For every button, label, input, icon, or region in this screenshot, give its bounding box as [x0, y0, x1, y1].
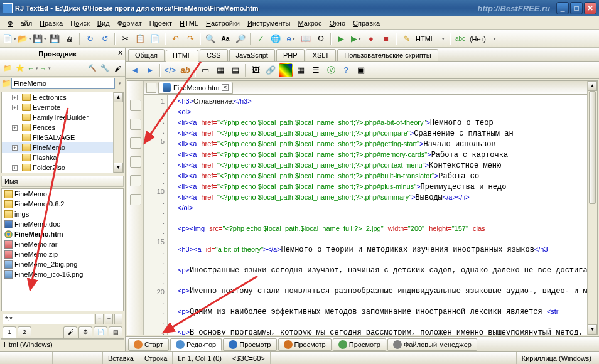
menu-edit[interactable]: Правка	[36, 18, 67, 28]
validate-icon[interactable]: ⓥ	[324, 63, 338, 77]
filter-plus[interactable]: +	[105, 314, 113, 324]
save-button[interactable]: 💾	[33, 32, 46, 46]
cut-button[interactable]: ✂	[118, 32, 132, 46]
filter-dot[interactable]: ·	[114, 314, 122, 324]
t1-icon[interactable]: ▭	[198, 63, 212, 77]
file-row[interactable]: imgs	[2, 209, 123, 219]
file-row[interactable]: FineMemo_ico-16.png	[2, 269, 123, 279]
file-row[interactable]: FineMemo.rar	[2, 239, 123, 249]
filter-minus[interactable]: −	[95, 314, 104, 324]
bottom-tab[interactable]: Редактор	[170, 338, 222, 351]
minimize-button[interactable]: _	[556, 2, 569, 14]
menu-macros[interactable]: Макрос	[294, 18, 326, 28]
new-button[interactable]: 📄	[3, 32, 16, 46]
path-drop[interactable]	[115, 77, 124, 90]
check-button[interactable]: ✓	[254, 32, 267, 46]
back-icon[interactable]: ←	[27, 63, 38, 74]
nav-left-icon[interactable]: ◄	[128, 63, 142, 77]
bottom-tab[interactable]: Просмотр	[278, 338, 332, 351]
link-icon[interactable]: 🔗	[264, 63, 278, 77]
file-row[interactable]: FineMemo	[2, 189, 123, 199]
folder-up-icon[interactable]: 📁	[2, 63, 13, 74]
lang-drop[interactable]	[438, 32, 447, 46]
db-tab-icon[interactable]: ▤	[109, 326, 122, 338]
folder-tree[interactable]: +Electronics +Evernote FamilyTreeBuilder…	[1, 92, 124, 173]
file-list[interactable]: FineMemoFineMemo 0.6.2imgsFineMemo.docFi…	[1, 188, 124, 311]
play-button[interactable]: ▶	[334, 32, 348, 46]
color-icon[interactable]	[279, 63, 293, 77]
lang-tab[interactable]: Общая	[128, 49, 165, 61]
menu-settings[interactable]: Настройки	[202, 18, 244, 28]
highlight-button[interactable]: ✎	[399, 32, 413, 46]
file-row[interactable]: FineMemo_2big.png	[2, 259, 123, 269]
filter-input[interactable]	[3, 314, 94, 324]
hammer-icon[interactable]: 🔨	[87, 63, 98, 74]
run-button[interactable]: ▶	[349, 32, 363, 46]
folder-icon[interactable]: 📁	[1, 78, 11, 88]
undo-button[interactable]: ↶	[168, 32, 182, 46]
path-input[interactable]	[11, 78, 115, 89]
spell-button[interactable]: 📖	[299, 32, 313, 46]
gear-tab-icon[interactable]: ⚙	[78, 326, 92, 338]
menu-help[interactable]: Справка	[349, 18, 384, 28]
t2-icon[interactable]: ▦	[213, 63, 227, 77]
img-icon[interactable]: 🖼	[249, 63, 262, 77]
gut-4-icon[interactable]	[130, 156, 141, 168]
record-button[interactable]: ●	[364, 32, 378, 46]
gut-3-icon[interactable]	[130, 137, 141, 149]
doc-tab-icon[interactable]: 📄	[94, 326, 107, 338]
gut-5-icon[interactable]	[130, 175, 141, 186]
spellcheck-button[interactable]: abc	[453, 32, 467, 46]
fold-gutter[interactable]	[168, 95, 175, 335]
gut-1-icon[interactable]	[130, 100, 141, 111]
omega-button[interactable]: Ω	[314, 32, 328, 46]
nav-right-icon[interactable]: ►	[143, 63, 157, 77]
maximize-button[interactable]: □	[570, 2, 583, 14]
browser-button[interactable]: e	[284, 32, 298, 46]
redo-button[interactable]: ↷	[183, 32, 197, 46]
brush-icon[interactable]: 🖌	[112, 63, 123, 74]
side-tab-1[interactable]: 1	[3, 326, 16, 338]
close-button[interactable]: ✕	[584, 2, 596, 14]
enc-drop[interactable]	[490, 32, 499, 46]
lang-tab[interactable]: PHP	[276, 49, 305, 61]
code-editor[interactable]: <h3>Оглавление:</h3> <ol> <li><a href="<…	[175, 95, 587, 335]
refresh-button[interactable]: ↻	[83, 32, 97, 46]
file-row[interactable]: FineMemo.doc	[2, 219, 123, 229]
menu-tools[interactable]: Инструменты	[244, 18, 294, 28]
menu-search[interactable]: Поиск	[67, 18, 94, 28]
copy-button[interactable]: 📋	[133, 32, 147, 46]
find-button[interactable]: 🔍	[203, 32, 217, 46]
star-icon[interactable]: ⭐	[14, 63, 26, 74]
globe-button[interactable]: 🌐	[269, 32, 283, 46]
fwd-icon[interactable]: →	[40, 63, 51, 74]
pin-icon[interactable]	[146, 83, 156, 93]
bottom-tab[interactable]: Файловый менеджер	[387, 338, 477, 351]
menu-view[interactable]: Вид	[94, 18, 114, 28]
bottom-tab[interactable]: Просмотр	[333, 338, 386, 351]
file-row[interactable]: FineMemo.htm	[2, 229, 123, 239]
menu-window[interactable]: Окно	[325, 18, 349, 28]
replace-button[interactable]: 🔎	[234, 32, 247, 46]
open-button[interactable]: 📂	[18, 32, 31, 46]
lang-tab[interactable]: CSS	[200, 49, 228, 61]
name-column-header[interactable]: Имя	[1, 176, 124, 187]
rotate-button[interactable]: ↺	[98, 32, 112, 46]
wrench-icon[interactable]: 🔧	[99, 63, 111, 74]
editor-scrollbar[interactable]: ▲ ▼	[587, 81, 597, 335]
brush-tab-icon[interactable]: 🖌	[63, 326, 77, 338]
saveall-button[interactable]: 💾	[48, 32, 62, 46]
paste-button[interactable]: 📄	[148, 32, 162, 46]
file-row[interactable]: FineMemo.zip	[2, 249, 123, 259]
case-button[interactable]: Aa	[219, 32, 232, 46]
lang-tab[interactable]: XSLT	[306, 49, 337, 61]
menu-html[interactable]: HTML	[176, 18, 202, 28]
lang-tab[interactable]: Пользовательские скрипты	[337, 49, 438, 61]
print-button[interactable]: 🖨	[63, 32, 77, 46]
lang-tab[interactable]: HTML	[166, 50, 198, 62]
gut-2-icon[interactable]	[130, 119, 141, 130]
menu-project[interactable]: Проект	[146, 18, 176, 28]
menu-format[interactable]: Формат	[114, 18, 146, 28]
sidebar-close-button[interactable]: ✕	[115, 49, 125, 59]
lang-tab[interactable]: JavaScript	[229, 49, 275, 61]
